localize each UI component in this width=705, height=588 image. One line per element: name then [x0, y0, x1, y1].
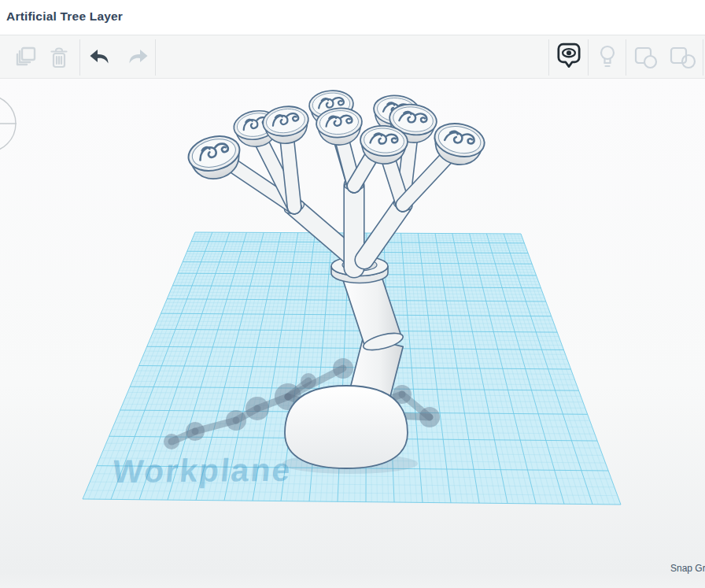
redo-icon [126, 48, 149, 67]
workplane-label: Workplane [111, 452, 293, 490]
snap-grid-label[interactable]: Snap Gr [670, 563, 705, 574]
scene-svg: Workplane [0, 79, 705, 588]
light-icon [597, 43, 618, 72]
foliage-cup[interactable] [316, 107, 364, 147]
show-hide-icon [556, 42, 582, 73]
undo-button[interactable] [87, 35, 113, 80]
copy-icon [13, 46, 38, 69]
trash-icon [48, 45, 70, 70]
undo-icon [88, 48, 112, 67]
toolbar-divider [588, 39, 589, 76]
group-button[interactable] [632, 35, 660, 80]
design-title: Artificial Tree Layer [6, 9, 123, 24]
ungroup-icon [669, 46, 697, 69]
toolbar-divider [155, 39, 156, 76]
main-toolbar [0, 35, 705, 79]
delete-button[interactable] [46, 35, 72, 80]
show-hide-button[interactable] [554, 35, 584, 80]
viewport-3d[interactable]: Workplane [0, 79, 705, 588]
orbit-gizmo-fragment[interactable] [0, 95, 17, 152]
redo-button[interactable] [124, 35, 151, 80]
light-button[interactable] [595, 35, 620, 80]
app-header: Artificial Tree Layer [0, 0, 705, 35]
copy-button[interactable] [11, 35, 39, 80]
toolbar-divider [703, 39, 703, 76]
group-icon [633, 46, 659, 69]
toolbar-divider [548, 39, 549, 76]
toolbar-divider [626, 39, 626, 76]
ungroup-button[interactable] [667, 35, 699, 80]
toolbar-divider [79, 39, 80, 76]
